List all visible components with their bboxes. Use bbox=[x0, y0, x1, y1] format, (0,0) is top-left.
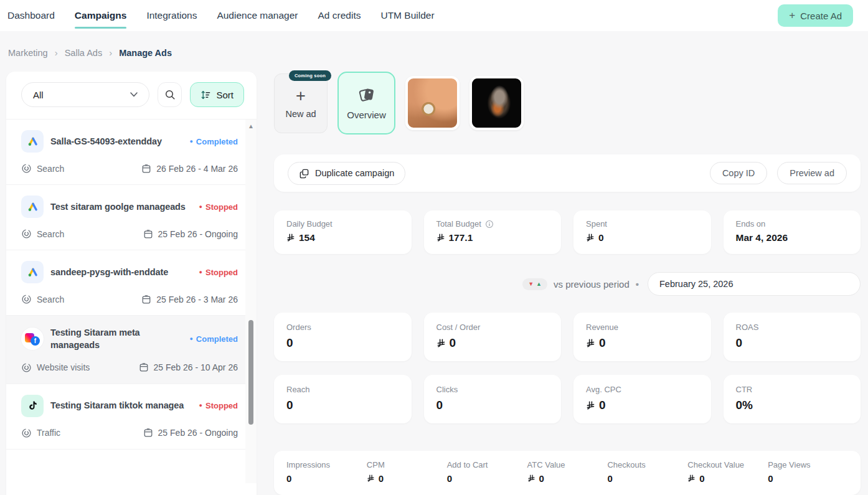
impressions-cell: Impressions 0 bbox=[286, 460, 367, 484]
nav-item-integrations[interactable]: Integrations bbox=[146, 0, 197, 31]
roas-card: ROAS 0 bbox=[724, 313, 861, 361]
objective-target-icon bbox=[21, 428, 32, 438]
campaign-list-panel: All Sort Salla-GS-54093-extendday ● Comp… bbox=[6, 72, 257, 495]
campaign-list-item[interactable]: f Testing Sitaram meta manageads ● Compl… bbox=[6, 316, 257, 384]
stat-label: Checkout Value bbox=[687, 460, 744, 469]
breadcrumb-manage-ads: Manage Ads bbox=[119, 48, 172, 58]
objective-target-icon bbox=[21, 294, 32, 304]
dot-separator: • bbox=[636, 279, 639, 290]
scrollbar-thumb[interactable] bbox=[248, 320, 253, 425]
status-filter-select[interactable]: All bbox=[21, 82, 149, 107]
ad-creative-thumbnail-2[interactable] bbox=[469, 76, 524, 130]
ad-creative-thumbnail-1[interactable] bbox=[405, 76, 460, 130]
status-label: Stopped bbox=[205, 401, 238, 410]
coming-soon-badge: Coming soon bbox=[289, 70, 331, 81]
campaign-objective: Search bbox=[37, 295, 64, 304]
stat-value: 0% bbox=[736, 398, 753, 412]
sort-label: Sort bbox=[216, 90, 234, 100]
riyal-currency-icon bbox=[586, 401, 595, 410]
campaign-list: Salla-GS-54093-extendday ● Completed Sea… bbox=[6, 119, 257, 483]
stat-value: 0 bbox=[768, 473, 773, 484]
campaign-list-item[interactable]: Salla-GS-54093-extendday ● Completed Sea… bbox=[6, 120, 257, 185]
page-views-cell: Page Views 0 bbox=[768, 460, 848, 484]
breadcrumb: Marketing › Salla Ads › Manage Ads bbox=[8, 47, 172, 58]
status-bullet-icon: ● bbox=[189, 139, 192, 144]
reach-card: Reach 0 bbox=[274, 375, 412, 423]
breadcrumb-marketing[interactable]: Marketing bbox=[8, 48, 48, 58]
clicks-card: Clicks 0 bbox=[424, 375, 562, 423]
overview-cards-icon bbox=[357, 87, 376, 104]
stat-value: 0 bbox=[598, 232, 604, 243]
vs-previous-period-label: vs previous period bbox=[554, 279, 630, 290]
google-ads-icon bbox=[21, 130, 44, 153]
nav-item-campaigns[interactable]: Campaigns bbox=[75, 0, 127, 31]
atc-value-cell: ATC Value 0 bbox=[527, 460, 608, 484]
breadcrumb-salla-ads[interactable]: Salla Ads bbox=[65, 48, 102, 58]
ad-tabs-row: Coming soon + New ad Overview bbox=[274, 72, 861, 136]
status-badge: ● Stopped bbox=[199, 401, 238, 410]
campaign-list-item[interactable]: Testing Sitaram tiktok managea ● Stopped… bbox=[6, 384, 257, 450]
create-ad-button[interactable]: + Create Ad bbox=[778, 4, 853, 27]
stat-value: 0 bbox=[286, 398, 293, 412]
campaign-name: sandeep-pysg-with-enddate bbox=[50, 266, 192, 278]
facebook-icon: f bbox=[31, 336, 40, 346]
copy-id-button[interactable]: Copy ID bbox=[710, 162, 767, 184]
stat-value: 0 bbox=[607, 473, 612, 484]
nav-item-dashboard[interactable]: Dashboard bbox=[7, 0, 55, 31]
search-button[interactable] bbox=[158, 82, 182, 107]
preview-ad-button[interactable]: Preview ad bbox=[777, 162, 847, 184]
trend-legend: ▼ ▲ bbox=[522, 278, 547, 290]
calendar-icon bbox=[141, 295, 151, 304]
campaign-action-bar: Duplicate campaign Copy ID Preview ad bbox=[274, 154, 861, 192]
stat-label: CTR bbox=[736, 385, 753, 394]
stat-label: Ends on bbox=[736, 219, 766, 229]
campaign-list-item[interactable]: Test sitaram goolge manageads ● Stopped … bbox=[6, 185, 257, 250]
riyal-currency-icon bbox=[687, 474, 696, 483]
date-value: February 25, 2026 bbox=[659, 279, 734, 289]
chevron-down-icon bbox=[130, 92, 138, 97]
stat-label: Revenue bbox=[586, 323, 618, 332]
calendar-icon bbox=[143, 229, 153, 239]
campaign-list-item[interactable]: sandeep-pysg-with-enddate ● Stopped Sear… bbox=[6, 250, 257, 316]
add-to-cart-cell: Add to Cart 0 bbox=[447, 460, 527, 484]
list-scrollbar: ▲ bbox=[245, 120, 257, 483]
bottom-stats-card: Impressions 0 CPM 0 Add to Cart 0 ATC Va… bbox=[274, 451, 861, 495]
chevron-right-icon: › bbox=[109, 47, 112, 58]
trend-down-icon: ▼ bbox=[528, 281, 534, 287]
duplicate-campaign-label: Duplicate campaign bbox=[315, 168, 394, 178]
stat-label: Cost / Order bbox=[436, 323, 481, 332]
nav-item-audience-manager[interactable]: Audience manager bbox=[217, 0, 298, 31]
status-label: Stopped bbox=[205, 202, 238, 212]
stat-value: 0 bbox=[599, 398, 606, 412]
duplicate-icon bbox=[299, 168, 309, 179]
scroll-up-arrow-icon[interactable]: ▲ bbox=[245, 120, 257, 130]
stat-value: 0 bbox=[450, 336, 456, 350]
stat-label: ATC Value bbox=[527, 460, 565, 469]
stats-row-1: Orders 0 Cost / Order 0 Revenue 0 ROAS 0 bbox=[274, 313, 861, 361]
new-ad-tab[interactable]: Coming soon + New ad bbox=[274, 73, 328, 133]
duplicate-campaign-button[interactable]: Duplicate campaign bbox=[288, 162, 405, 185]
sort-button[interactable]: Sort bbox=[190, 82, 244, 107]
status-badge: ● Stopped bbox=[199, 268, 238, 277]
stat-value: 0 bbox=[286, 336, 293, 350]
nav-item-utm-builder[interactable]: UTM Builder bbox=[380, 0, 434, 31]
stat-label: Clicks bbox=[436, 385, 458, 394]
filter-row: All Sort bbox=[6, 72, 257, 107]
campaign-name: Salla-GS-54093-extendday bbox=[50, 135, 182, 148]
trend-up-icon: ▲ bbox=[536, 281, 542, 287]
campaign-dates: 25 Feb 26 - 10 Apr 26 bbox=[154, 362, 238, 372]
stat-label: ROAS bbox=[736, 323, 759, 332]
overview-tab[interactable]: Overview bbox=[337, 72, 395, 134]
campaign-dates: 25 Feb 26 - 3 Mar 26 bbox=[156, 295, 238, 304]
info-icon[interactable] bbox=[485, 220, 494, 229]
campaign-name: Testing Sitaram tiktok managea bbox=[50, 399, 192, 412]
nav-item-ad-credits[interactable]: Ad credits bbox=[318, 0, 361, 31]
stat-label: Add to Cart bbox=[447, 460, 488, 469]
campaign-detail-panel: Coming soon + New ad Overview Duplicate … bbox=[274, 72, 861, 495]
copy-id-label: Copy ID bbox=[722, 168, 755, 178]
date-picker-input[interactable]: February 25, 2026 bbox=[648, 272, 861, 296]
filter-value: All bbox=[33, 90, 44, 100]
status-badge: ● Completed bbox=[189, 137, 238, 146]
stat-value: 154 bbox=[299, 232, 315, 243]
status-badge: ● Stopped bbox=[199, 202, 238, 212]
